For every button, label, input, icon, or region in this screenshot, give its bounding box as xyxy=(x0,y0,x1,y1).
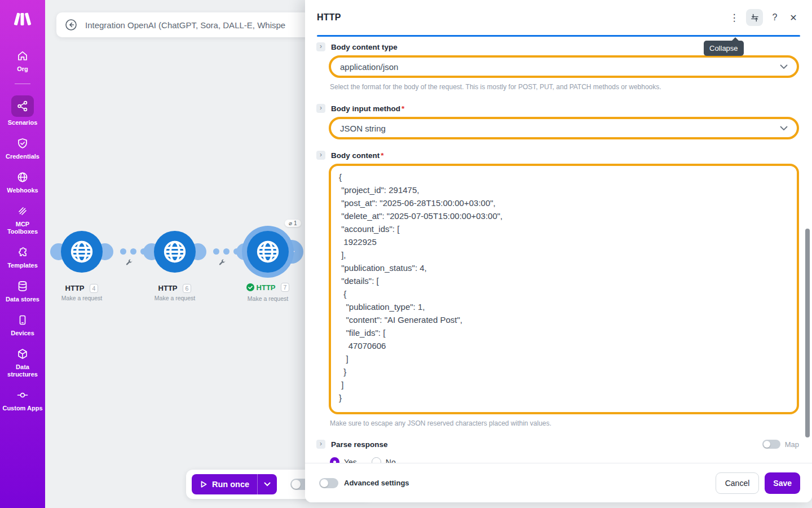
cycle-icon: ⌀ xyxy=(289,220,292,226)
field-label-parse-response: Parse response xyxy=(331,440,388,449)
sidebar-item-label: Data structures xyxy=(1,364,44,378)
field-hint: Make sure to escape any JSON reserved ch… xyxy=(330,419,799,427)
sidebar-item-webhooks[interactable]: Webhooks xyxy=(0,170,45,194)
sidebar-item-label: Webhooks xyxy=(1,187,44,194)
sidebar-item-data-structures[interactable]: Data structures xyxy=(0,347,45,378)
http-module-4[interactable] xyxy=(61,231,103,273)
puzzle-icon xyxy=(11,245,34,260)
module-label: HTTP6 Make a request xyxy=(130,283,220,301)
sidebar-item-custom-apps[interactable]: Custom Apps xyxy=(0,388,45,412)
layers-icon xyxy=(11,204,34,218)
sidebar-item-label: Custom Apps xyxy=(1,405,44,412)
http-globe-icon[interactable] xyxy=(154,231,196,273)
http-globe-icon[interactable] xyxy=(247,231,289,273)
http-globe-icon[interactable] xyxy=(61,231,103,273)
http-module-6[interactable] xyxy=(154,231,196,273)
make-logo-icon[interactable] xyxy=(11,8,34,33)
cancel-button[interactable]: Cancel xyxy=(716,472,760,494)
scenario-title: Integration OpenAI (ChatGPT, Sora, DALL-… xyxy=(85,20,285,30)
panel-header: HTTP ⋮ ? ✕ xyxy=(305,0,812,35)
field-label-body-content: Body content* xyxy=(331,151,384,160)
sidebar-divider xyxy=(15,84,30,84)
body-input-method-select[interactable]: JSON string xyxy=(329,117,799,139)
required-asterisk: * xyxy=(401,104,404,113)
close-icon[interactable]: ✕ xyxy=(787,12,800,23)
http-settings-panel: HTTP ⋮ ? ✕ › Body content type applicati… xyxy=(305,0,812,502)
play-icon xyxy=(200,480,208,488)
sidebar-item-org[interactable]: Org xyxy=(0,49,45,73)
verified-check-icon xyxy=(246,283,254,291)
help-icon[interactable]: ? xyxy=(769,12,781,23)
parse-response-no-radio[interactable]: No xyxy=(372,457,396,463)
sidebar-item-label: Org xyxy=(1,65,44,73)
panel-content: › Body content type application/json Sel… xyxy=(305,39,812,463)
collapse-tooltip: Collapse xyxy=(704,41,744,56)
sidebar-item-label: Templates xyxy=(1,262,44,269)
sidebar-item-templates[interactable]: Templates xyxy=(0,245,45,269)
sidebar-item-label: Scenarios xyxy=(1,119,44,126)
cube-icon xyxy=(11,347,34,361)
http-module-7[interactable]: + xyxy=(247,231,289,273)
radio-unselected-icon xyxy=(372,457,381,463)
body-content-json: { "project_id": 291475, "post_at": "2025… xyxy=(339,170,789,404)
chevron-down-icon xyxy=(780,126,788,131)
back-button[interactable] xyxy=(64,18,78,32)
shield-check-icon xyxy=(11,136,34,151)
panel-footer: Advanced settings Cancel Save xyxy=(305,463,812,502)
kebab-menu-icon[interactable]: ⋮ xyxy=(728,12,740,24)
chevron-right-icon[interactable]: › xyxy=(316,104,325,113)
sidebar-item-data-stores[interactable]: Data stores xyxy=(0,279,45,303)
radio-selected-icon xyxy=(330,457,339,463)
field-label-body-input-method: Body input method* xyxy=(331,104,404,113)
globe-icon xyxy=(11,170,34,185)
module-number-badge: 7 xyxy=(281,283,290,292)
sidebar-item-label: Credentials xyxy=(1,153,44,160)
database-icon xyxy=(11,279,34,294)
wrench-icon[interactable] xyxy=(218,259,226,269)
sidebar-item-label: Data stores xyxy=(1,296,44,303)
required-asterisk: * xyxy=(381,151,383,160)
panel-title: HTTP xyxy=(317,12,341,23)
map-toggle[interactable] xyxy=(762,440,780,449)
run-once-button[interactable]: Run once xyxy=(192,474,277,494)
sidebar: Org Scenarios Credentials Webhooks xyxy=(0,0,45,508)
module-label: HTTP4 Make a request xyxy=(37,283,127,301)
connector-dots xyxy=(213,248,240,255)
cycle-badge: ⌀1 xyxy=(285,220,301,227)
chevron-right-icon[interactable]: › xyxy=(316,42,325,51)
save-button[interactable]: Save xyxy=(765,472,800,494)
collapse-button[interactable] xyxy=(746,9,763,26)
map-toggle-label: Map xyxy=(785,440,799,449)
panel-accent-line xyxy=(317,35,800,37)
sidebar-item-mcp-toolboxes[interactable]: MCP Toolboxes xyxy=(0,204,45,235)
panel-scrollbar[interactable] xyxy=(805,229,810,437)
parse-response-yes-radio[interactable]: Yes xyxy=(330,457,357,463)
body-content-type-select[interactable]: application/json xyxy=(329,55,799,78)
scenario-header-bar: Integration OpenAI (ChatGPT, Sora, DALL-… xyxy=(56,12,317,37)
node-icon xyxy=(11,388,34,402)
module-number-badge: 6 xyxy=(183,284,192,293)
sidebar-item-scenarios[interactable]: Scenarios xyxy=(0,95,45,126)
run-options-caret[interactable] xyxy=(258,482,277,487)
chevron-right-icon[interactable]: › xyxy=(316,440,325,449)
module-label: HTTP7 Make a request xyxy=(223,283,313,302)
mobile-icon xyxy=(11,313,34,327)
advanced-settings-toggle[interactable] xyxy=(319,478,338,488)
advanced-settings-label: Advanced settings xyxy=(344,479,409,487)
module-number-badge: 4 xyxy=(90,284,99,293)
wrench-icon[interactable] xyxy=(125,259,133,269)
body-content-textarea[interactable]: { "project_id": 291475, "post_at": "2025… xyxy=(329,164,799,414)
make-scenario-editor: Org Scenarios Credentials Webhooks xyxy=(0,0,812,508)
chevron-right-icon[interactable]: › xyxy=(316,151,325,160)
field-hint: Select the format for the body of the re… xyxy=(330,83,799,91)
sidebar-item-label: Devices xyxy=(1,330,44,337)
chevron-down-icon xyxy=(780,64,788,69)
sidebar-item-devices[interactable]: Devices xyxy=(0,313,45,337)
field-label-body-content-type: Body content type xyxy=(331,43,398,51)
home-icon xyxy=(11,49,34,63)
sidebar-item-label: MCP Toolboxes xyxy=(1,221,44,235)
share-nodes-icon xyxy=(11,95,34,117)
sidebar-item-credentials[interactable]: Credentials xyxy=(0,136,45,160)
connector-dots xyxy=(120,248,147,255)
